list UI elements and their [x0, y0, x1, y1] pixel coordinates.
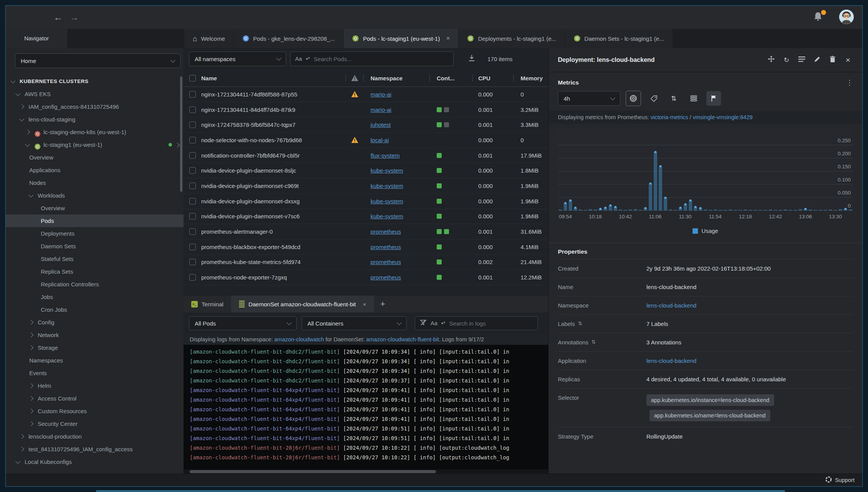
table-row[interactable]: prometheus-kube-state-metrics-5fd974prom… [184, 255, 549, 270]
namespace-link[interactable]: juhotest [371, 121, 391, 128]
table-row[interactable]: prometheus-alertmanager-0prometheus0.001… [184, 224, 549, 239]
table-row[interactable]: nginx-1724758378-5fb6f5847c-tqpx7juhotes… [184, 117, 549, 133]
application-value-link[interactable]: lens-cloud-backend [646, 357, 696, 364]
namespace-link[interactable]: kube-system [371, 213, 403, 219]
namespace-value-link[interactable]: lens-cloud-backend [646, 302, 696, 309]
sidebar-item-local-kubeconfigs[interactable]: Local Kubeconfigs [6, 455, 184, 468]
namespace-link[interactable]: kube-system [371, 198, 403, 204]
sidebar-item-network[interactable]: Network [6, 329, 184, 341]
row-checkbox[interactable] [184, 167, 201, 174]
tab-pods-lc-staging1-eu-west-1-[interactable]: Pods - lc-staging1 (eu-west-1)× [344, 29, 459, 48]
namespace-link[interactable]: prometheus [371, 274, 401, 281]
sidebar-item-lc-staging-demo-k8s-eu-west-1-[interactable]: lc-staging-demo-k8s (eu-west-1) [6, 126, 184, 138]
sidebar-item-replica-sets[interactable]: Replica Sets [6, 265, 184, 278]
column-memory[interactable]: Memory [514, 75, 549, 81]
sidebar-item-storage[interactable]: Storage [6, 341, 184, 354]
namespace-link[interactable]: local-ai [371, 137, 389, 143]
sidebar-item-iam-config-access-841310725496[interactable]: IAM_config_access-841310725496 [6, 100, 184, 113]
match-case-icon[interactable]: Aa [431, 320, 437, 326]
column-containers[interactable]: Cont... [430, 75, 473, 81]
table-row[interactable]: nvidia-device-plugin-daemonset-c969tkube… [184, 178, 549, 194]
sidebar-item-helm[interactable]: Helm [6, 379, 184, 392]
row-checkbox[interactable] [184, 274, 201, 281]
namespace-link[interactable]: prometheus [371, 244, 401, 250]
daemonset-link[interactable]: amazon-cloudwatch-fluent-bit [366, 336, 439, 342]
sidebar-item-security-center[interactable]: Security Center [6, 417, 184, 430]
annotations-value[interactable]: 3 Annotations [646, 339, 853, 346]
sidebar-item-stateful-sets[interactable]: Stateful Sets [6, 253, 184, 265]
prometheus-service-link[interactable]: vmsingle-vmsingle:8429 [693, 114, 753, 120]
sidebar-item-events[interactable]: Events [6, 367, 184, 379]
stacked-list-icon[interactable] [686, 91, 701, 106]
table-row[interactable]: nvidia-device-plugin-daemonset-8sljckube… [184, 163, 549, 178]
regex-icon[interactable]: ▪* [441, 320, 446, 326]
dock-tab-terminal[interactable]: >_Terminal [184, 296, 231, 312]
sidebar-item-jobs[interactable]: Jobs [6, 291, 184, 303]
table-row[interactable]: nginx-1721304411-84d4ff7d4b-87tk9mario-a… [184, 102, 549, 118]
bell-icon[interactable] [813, 11, 825, 23]
user-avatar[interactable] [839, 10, 854, 24]
sidebar-item-namespaces[interactable]: Namespaces [6, 354, 184, 367]
new-dock-tab-button[interactable]: + [374, 296, 392, 312]
tab-deployments-lc-staging1-e-[interactable]: Deployments - lc-staging1 (e... [459, 29, 565, 48]
tag-icon[interactable] [646, 91, 661, 106]
pods-search-input[interactable]: Aa ▪* Search Pods... [290, 52, 454, 66]
sidebar-item-custom-resources[interactable]: Custom Resources [6, 405, 184, 417]
selector-chip[interactable]: app.kubernetes.io/name=lens-cloud-backen… [649, 410, 770, 421]
sidebar-item-aws-eks[interactable]: AWS EKS [6, 88, 184, 100]
sidebar-item-nodes[interactable]: Nodes [6, 176, 184, 189]
table-row[interactable]: prometheus-blackbox-exporter-549dcdprome… [184, 239, 549, 255]
sidebar-item-access-control[interactable]: Access Control [6, 392, 184, 405]
column-cpu[interactable]: CPU [473, 75, 514, 81]
sidebar-item-lens-cloud-staging[interactable]: lens-cloud-staging [6, 113, 184, 126]
chart-legend[interactable]: Usage [549, 228, 862, 234]
tab-daemon-sets-lc-staging1-e-[interactable]: Daemon Sets - lc-staging1 (e... [565, 29, 673, 48]
row-checkbox[interactable] [184, 259, 201, 265]
sort-arrows-icon[interactable]: ⇅ [666, 91, 681, 106]
namespace-link[interactable]: amazon-cloudwatch [274, 336, 324, 342]
namespace-link[interactable]: mario-ai [371, 106, 391, 113]
cpu-chip-icon[interactable] [626, 91, 641, 106]
navigator-panel-tab[interactable]: Navigator [6, 29, 67, 48]
row-checkbox[interactable] [184, 198, 201, 204]
sidebar-item-kubernetes-clusters[interactable]: KUBERNETES CLUSTERS [6, 75, 184, 88]
column-warnings-icon[interactable] [346, 75, 364, 81]
close-tab-icon[interactable]: × [446, 35, 450, 42]
scope-select[interactable]: Home [15, 53, 180, 68]
row-checkbox[interactable] [184, 152, 201, 159]
sidebar-item-cron-jobs[interactable]: Cron Jobs [6, 303, 184, 316]
refresh-icon[interactable]: ↻ [781, 56, 791, 64]
edit-icon[interactable] [812, 56, 822, 65]
sidebar-item-deployments[interactable]: Deployments [6, 227, 184, 240]
row-checkbox[interactable] [184, 106, 201, 113]
sidebar-item-replication-controllers[interactable]: Replication Controllers [6, 278, 184, 291]
close-tab-icon[interactable]: × [363, 301, 366, 308]
table-row[interactable]: nginx-1721304411-74df86f588-87p55mario-a… [184, 87, 549, 102]
container-filter-select[interactable]: All Containers [302, 316, 407, 330]
namespace-filter-select[interactable]: All namespaces [189, 52, 286, 66]
select-all-checkbox[interactable] [184, 75, 201, 81]
close-icon[interactable]: × [843, 55, 853, 65]
forward-arrow-icon[interactable]: → [68, 11, 80, 23]
table-row[interactable]: nvidia-device-plugin-daemonset-dxsxgkube… [184, 194, 549, 209]
match-case-icon[interactable]: Aa [295, 56, 302, 62]
row-checkbox[interactable] [184, 213, 201, 219]
chevron-right-icon[interactable] [175, 143, 180, 148]
support-button[interactable]: Support [835, 477, 855, 483]
namespace-link[interactable]: prometheus [371, 228, 401, 235]
sidebar-item-pods[interactable]: Pods [6, 214, 184, 227]
sidebar-item-lenscloud-production[interactable]: lenscloud-production [6, 430, 184, 443]
sidebar-item-overview[interactable]: Overview [6, 151, 184, 164]
logs-output[interactable]: [amazon-cloudwatch-fluent-bit-dhdc2/flue… [184, 345, 549, 469]
download-icon[interactable] [466, 54, 477, 63]
sidebar-scrollbar[interactable] [180, 76, 182, 192]
row-checkbox[interactable] [184, 244, 201, 250]
row-checkbox[interactable] [184, 228, 201, 235]
column-namespace[interactable]: Namespace [364, 75, 430, 81]
time-range-select[interactable]: 4h [558, 91, 620, 106]
table-row[interactable]: prometheus-node-exporter-7zgxqprometheus… [184, 270, 549, 285]
sidebar-item-overview[interactable]: Overview [6, 202, 184, 214]
labels-value[interactable]: 7 Labels [646, 321, 853, 327]
sidebar-item-applications[interactable]: Applications [6, 164, 184, 176]
move-icon[interactable] [766, 55, 776, 65]
